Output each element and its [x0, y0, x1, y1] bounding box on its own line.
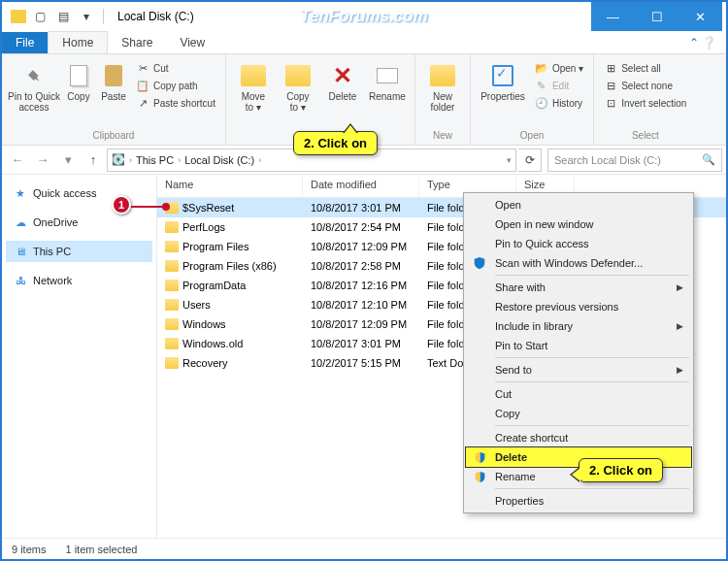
rename-icon [374, 62, 401, 89]
pin-icon [20, 62, 48, 89]
open-icon: 📂 [535, 61, 548, 75]
properties-icon [489, 62, 516, 89]
select-none-button[interactable]: ⊟Select none [600, 78, 690, 93]
ctx-pin-quick-access[interactable]: Pin to Quick access [466, 234, 691, 253]
annotation-callout-ribbon: 2. Click on [293, 131, 378, 155]
open-button[interactable]: 📂Open ▾ [531, 60, 587, 76]
edit-button[interactable]: ✎Edit [531, 78, 587, 93]
clipboard-group-label: Clipboard [8, 130, 219, 141]
selection-count: 1 item selected [65, 544, 137, 555]
folder-icon [165, 280, 179, 291]
annotation-line [131, 206, 164, 208]
ctx-restore-versions[interactable]: Restore previous versions [466, 297, 691, 316]
annotation-dot [162, 203, 170, 211]
up-button[interactable]: ↑ [82, 148, 105, 172]
ctx-include-library[interactable]: Include in library▶ [466, 316, 691, 336]
select-all-button[interactable]: ⊞Select all [600, 60, 690, 76]
new-group-label: New [421, 130, 464, 141]
ctx-create-shortcut[interactable]: Create shortcut [466, 428, 691, 447]
forward-button[interactable]: → [31, 148, 54, 172]
breadcrumb-location[interactable]: Local Disk (C:) [184, 154, 254, 166]
new-folder-icon [429, 62, 456, 89]
copy-to-button[interactable]: Copy to ▾ [277, 58, 319, 130]
item-count: 9 items [12, 544, 46, 555]
paste-button[interactable]: Paste [97, 58, 130, 130]
history-icon: 🕘 [535, 96, 548, 110]
recent-button[interactable]: ▾ [56, 148, 80, 172]
cut-button[interactable]: ✂Cut [132, 60, 219, 76]
file-date: 10/8/2017 12:16 PM [303, 278, 419, 293]
file-date: 10/8/2017 2:58 PM [303, 258, 419, 274]
rename-button[interactable]: Rename [366, 58, 409, 130]
col-date[interactable]: Date modified [303, 175, 419, 197]
folder-icon [165, 260, 179, 272]
select-all-icon: ⊞ [604, 61, 617, 75]
paste-shortcut-button[interactable]: ↗Paste shortcut [132, 95, 219, 111]
pc-icon: 🖥 [14, 245, 27, 258]
new-folder-button[interactable]: New folder [421, 58, 464, 130]
col-name[interactable]: Name [157, 175, 303, 197]
maximize-button[interactable]: ☐ [635, 2, 678, 31]
share-tab[interactable]: Share [108, 32, 166, 53]
file-tab[interactable]: File [2, 32, 48, 53]
view-tab[interactable]: View [166, 32, 218, 53]
minimize-button[interactable]: — [591, 2, 635, 31]
refresh-button[interactable]: ⟳ [518, 148, 542, 172]
qat-properties-icon[interactable]: ▢ [29, 6, 50, 27]
copy-to-icon [284, 62, 312, 89]
navigation-pane: ★Quick access ☁OneDrive 🖥This PC 🖧Networ… [2, 175, 157, 538]
file-name: $SysReset [182, 202, 234, 214]
ctx-properties[interactable]: Properties [466, 491, 691, 511]
help-collapse-button[interactable]: ⌃ ❔ [679, 32, 726, 53]
cloud-icon: ☁ [14, 215, 27, 229]
shortcut-icon: ↗ [136, 96, 149, 110]
edit-icon: ✎ [535, 79, 548, 92]
ctx-share-with[interactable]: Share with▶ [466, 278, 691, 297]
move-to-button[interactable]: Move to ▾ [232, 58, 275, 130]
qat-new-folder-icon[interactable]: ▤ [52, 6, 74, 27]
pin-to-quick-access-button[interactable]: Pin to Quick access [8, 58, 60, 130]
copy-button[interactable]: Copy [62, 58, 95, 130]
drive-icon: 💽 [112, 153, 125, 166]
close-button[interactable]: ✕ [678, 2, 722, 31]
file-date: 10/8/2017 12:09 PM [303, 239, 419, 254]
nav-network[interactable]: 🖧Network [6, 270, 152, 291]
delete-x-icon: ✕ [329, 62, 356, 89]
ctx-open[interactable]: Open [466, 195, 691, 214]
defender-shield-icon [472, 255, 487, 271]
uac-shield-icon [472, 449, 487, 465]
ctx-cut[interactable]: Cut [466, 384, 691, 404]
history-button[interactable]: 🕘History [531, 95, 587, 111]
path-icon: 📋 [136, 79, 149, 92]
properties-button[interactable]: Properties [477, 58, 529, 130]
file-name: Windows [182, 318, 226, 330]
file-date: 10/8/2017 3:01 PM [303, 336, 419, 351]
breadcrumb-this-pc[interactable]: This PC [136, 154, 174, 166]
address-dropdown-icon[interactable]: ▾ [507, 155, 512, 165]
nav-onedrive[interactable]: ☁OneDrive [6, 212, 152, 233]
ctx-open-new-window[interactable]: Open in new window [466, 214, 691, 234]
folder-icon [165, 299, 179, 311]
chevron-right-icon: ▶ [677, 365, 683, 375]
qat-dropdown-icon[interactable]: ▾ [76, 6, 97, 27]
folder-icon [165, 318, 179, 330]
select-group-label: Select [600, 130, 690, 141]
select-none-icon: ⊟ [604, 79, 617, 92]
scissors-icon: ✂ [136, 61, 149, 75]
folder-icon [165, 221, 179, 233]
ctx-scan-defender[interactable]: Scan with Windows Defender... [466, 253, 691, 273]
home-tab[interactable]: Home [48, 31, 108, 53]
file-date: 10/8/2017 2:54 PM [303, 219, 419, 235]
copy-icon [65, 62, 92, 89]
folder-icon [6, 6, 27, 27]
ctx-copy[interactable]: Copy [466, 404, 691, 423]
ctx-send-to[interactable]: Send to▶ [466, 360, 691, 380]
window-title: Local Disk (C:) [117, 10, 194, 23]
invert-selection-button[interactable]: ⊡Invert selection [600, 95, 690, 111]
copy-path-button[interactable]: 📋Copy path [132, 78, 219, 93]
search-icon: 🔍 [702, 153, 715, 166]
nav-this-pc[interactable]: 🖥This PC [6, 241, 152, 262]
ctx-pin-start[interactable]: Pin to Start [466, 336, 691, 355]
search-input[interactable]: Search Local Disk (C:) 🔍 [547, 148, 722, 172]
back-button[interactable]: ← [6, 148, 29, 172]
